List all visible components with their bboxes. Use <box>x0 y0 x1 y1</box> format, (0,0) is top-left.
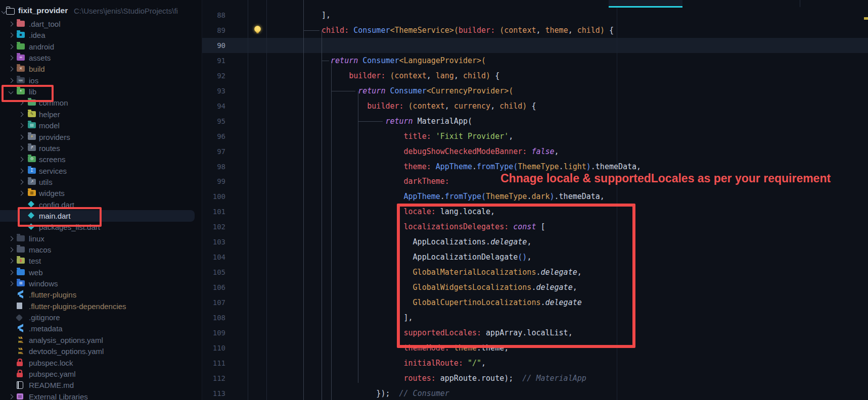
line-number[interactable]: 95 <box>202 114 225 129</box>
tree-item-utils[interactable]: ↗utils <box>0 176 202 188</box>
line-number[interactable]: 99 <box>202 174 225 189</box>
tree-item-devtools-options-yaml[interactable]: YA MLdevtools_options.yaml <box>0 345 202 357</box>
icon-glyph: ↗ <box>30 180 34 184</box>
chevron-right-icon[interactable] <box>19 157 24 162</box>
chevron-right-icon[interactable] <box>9 56 14 61</box>
line-number[interactable]: 107 <box>202 295 225 310</box>
line-number[interactable]: 102 <box>202 219 225 234</box>
code-token: child <box>577 26 600 35</box>
folder-icon: Σ <box>28 168 36 174</box>
chevron-right-icon[interactable] <box>19 134 24 139</box>
code-token: context <box>394 71 426 80</box>
tree-item-metadata[interactable]: .metadata <box>0 323 202 334</box>
code-token: ) <box>486 71 490 80</box>
project-root-row[interactable]: fixit_provider C:\Users\jenis\StudioProj… <box>0 5 202 18</box>
tree-item-helper[interactable]: ✎helper <box>0 109 202 120</box>
line-number[interactable]: 93 <box>202 83 225 98</box>
chevron-right-icon[interactable] <box>9 67 14 72</box>
tree-item-test[interactable]: ▮test <box>0 255 202 267</box>
tree-item-pubspec-lock[interactable]: pubspec.lock <box>0 357 202 369</box>
icon-glyph: YA ML <box>18 347 23 355</box>
chevron-right-icon[interactable] <box>9 247 14 253</box>
chevron-right-icon[interactable] <box>9 33 14 38</box>
folder-icon: ▤ <box>28 122 36 128</box>
tree-item-widgets[interactable]: ▦widgets <box>0 187 202 199</box>
line-number[interactable]: 110 <box>202 340 225 356</box>
tree-item-build[interactable]: ✕build <box>0 63 202 75</box>
chevron-right-icon[interactable] <box>19 179 24 184</box>
line-number[interactable]: 108 <box>202 310 225 325</box>
intention-lightbulb-icon[interactable] <box>254 26 261 32</box>
chevron-right-icon[interactable] <box>19 168 24 173</box>
line-number[interactable]: 113 <box>202 386 225 400</box>
line-number[interactable]: 94 <box>202 98 225 114</box>
chevron-right-icon[interactable] <box>9 44 14 49</box>
tree-item-web[interactable]: web <box>0 267 202 278</box>
code-text: title: 'Fixit Provider', <box>404 129 514 144</box>
code-token: child <box>463 71 486 80</box>
chevron-right-icon[interactable] <box>9 270 14 275</box>
code-token: { <box>527 102 536 111</box>
tree-item-model[interactable]: ▤model <box>0 120 202 131</box>
tree-item-gitignore[interactable]: .gitignore <box>0 312 202 323</box>
line-number[interactable]: 103 <box>202 234 225 249</box>
tree-item-screens[interactable]: ⚙screens <box>0 154 202 165</box>
line-number[interactable]: 88 <box>202 8 225 23</box>
tree-item-flutter-plugins[interactable]: .flutter-plugins <box>0 289 202 301</box>
code-token: { <box>605 26 614 35</box>
tree-item-providers[interactable]: ⚡providers <box>0 131 202 143</box>
tree-item-android[interactable]: android <box>0 41 202 53</box>
code-token: theme <box>545 26 568 35</box>
tree-item-services[interactable]: Σservices <box>0 165 202 177</box>
chevron-right-icon[interactable] <box>19 112 24 117</box>
chevron-right-icon[interactable] <box>9 281 14 286</box>
code-token: lang <box>436 71 454 80</box>
tree-item-pubspec-yaml[interactable]: pubspec.yaml <box>0 368 202 380</box>
line-number[interactable]: 97 <box>202 144 225 159</box>
line-number[interactable]: 89 <box>202 23 225 38</box>
code-token: 'Fixit Provider' <box>436 132 509 141</box>
tree-item-macos[interactable]: macos <box>0 244 202 256</box>
flutter-icon <box>17 291 25 297</box>
line-number[interactable]: 111 <box>202 356 225 371</box>
tree-item-readme-md[interactable]: README.md <box>0 379 202 391</box>
tree-item-assets[interactable]: ≡assets <box>0 52 202 64</box>
tree-item-dart-tool[interactable]: .dart_tool <box>0 18 202 30</box>
line-number[interactable]: 101 <box>202 204 225 219</box>
code-highlight-box <box>397 204 635 348</box>
folder-icon: ✎ <box>28 111 36 117</box>
chevron-right-icon[interactable] <box>9 22 14 27</box>
chevron-right-icon[interactable] <box>9 78 14 83</box>
tree-item-external-libraries[interactable]: ▤External Libraries <box>0 391 202 400</box>
tree-item-routes[interactable]: ↱routes <box>0 142 202 154</box>
code-token: ) <box>586 162 591 171</box>
line-number[interactable]: 91 <box>202 53 225 68</box>
chevron-right-icon[interactable] <box>9 394 14 399</box>
tree-item-flutter-plugins-dependencies[interactable]: .flutter-plugins-dependencies <box>0 301 202 312</box>
line-number[interactable]: 105 <box>202 265 225 280</box>
doc-icon <box>17 303 22 309</box>
line-number[interactable]: 92 <box>202 68 225 83</box>
code-token: context <box>504 26 536 35</box>
line-number[interactable]: 96 <box>202 129 225 144</box>
tree-item-analysis-options-yaml[interactable]: YA MLanalysis_options.yaml <box>0 334 202 346</box>
line-number[interactable]: 100 <box>202 189 225 204</box>
tree-item-windows[interactable]: ⊞windows <box>0 278 202 289</box>
line-number[interactable]: 98 <box>202 159 225 174</box>
chevron-right-icon[interactable] <box>19 145 24 151</box>
line-number[interactable]: 106 <box>202 280 225 295</box>
tree-item-idea[interactable]: ▪.idea <box>0 29 202 41</box>
chevron-right-icon[interactable] <box>9 236 14 241</box>
panel-divider[interactable] <box>202 0 202 400</box>
chevron-right-icon[interactable] <box>19 123 24 128</box>
line-number[interactable]: 90 <box>202 38 225 53</box>
chevron-right-icon[interactable] <box>19 191 24 196</box>
line-number[interactable]: 109 <box>202 325 225 340</box>
chevron-right-icon[interactable] <box>9 259 14 264</box>
tree-item-linux[interactable]: linux <box>0 233 202 244</box>
chevron-down-icon[interactable] <box>2 9 7 14</box>
line-number[interactable]: 104 <box>202 249 225 265</box>
line-number[interactable]: 112 <box>202 371 225 386</box>
tree-item-label: .idea <box>29 31 45 39</box>
code-text: ], <box>322 8 331 23</box>
